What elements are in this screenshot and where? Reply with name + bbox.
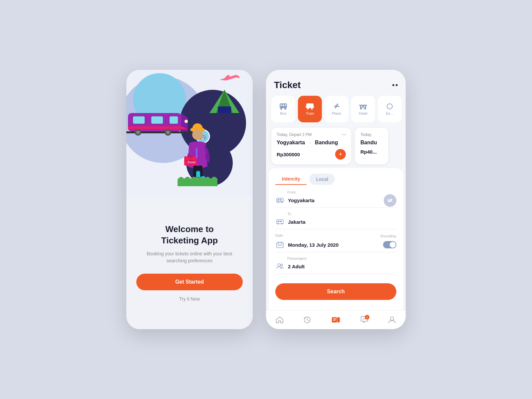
tab-train[interactable]: Train	[298, 96, 322, 122]
tab-hotel[interactable]: Hotel	[351, 96, 375, 122]
svg-rect-33	[280, 104, 282, 106]
train-tab-label: Train	[306, 111, 314, 115]
from-field-row: Yogyakarta	[275, 196, 396, 208]
svg-point-72	[281, 264, 283, 266]
card-1-date: Today, Depart 2 PM	[277, 132, 312, 137]
card-1-add-button[interactable]: +	[335, 149, 346, 160]
person-illustration: Travel	[178, 120, 217, 186]
svg-rect-76	[333, 320, 335, 321]
svg-rect-7	[170, 116, 178, 124]
date-value-row: Monday, 13 July 2020	[275, 240, 396, 252]
dot1	[392, 84, 394, 86]
svg-rect-50	[359, 105, 367, 106]
svg-point-43	[307, 108, 309, 110]
phones-container: 🚌	[126, 70, 406, 329]
svg-rect-2	[218, 106, 231, 113]
passengers-field-row: 2 Adult	[275, 262, 396, 274]
welcome-section: Welcome toTicketing App Booking your tic…	[126, 196, 253, 329]
search-button[interactable]: Search	[275, 283, 396, 300]
date-field-group: Date Roundtrip	[275, 233, 396, 252]
to-value[interactable]: Jakarta	[288, 219, 396, 225]
nav-chat[interactable]: 1	[357, 315, 372, 325]
card-1-from: Yogyakarta	[277, 140, 305, 146]
ticket-card-1: Today, Depart 2 PM Yogyakarta → Bandung …	[271, 128, 351, 164]
tab-extra[interactable]: ... Ex...	[378, 96, 402, 122]
svg-rect-35	[285, 104, 286, 106]
toggle-knob	[390, 242, 396, 248]
svg-rect-6	[151, 116, 163, 124]
from-label: From	[287, 190, 396, 194]
search-tabs: Intercity Local	[275, 174, 396, 185]
hotel-tab-label: Hotel	[359, 111, 367, 115]
from-value[interactable]: Yogyakarta	[288, 198, 396, 203]
date-icon	[275, 240, 285, 249]
svg-point-78	[336, 317, 338, 318]
svg-point-58	[281, 201, 283, 203]
svg-rect-45	[306, 106, 314, 107]
tab-plane[interactable]: Plane	[325, 96, 348, 122]
nav-ticket[interactable]	[327, 315, 344, 325]
tab-bus[interactable]: Bus	[271, 96, 295, 122]
svg-point-11	[166, 131, 170, 134]
chat-badge: 1	[365, 315, 369, 320]
card-1-price: Rp300000	[277, 152, 300, 157]
svg-rect-54	[278, 199, 279, 200]
passengers-value[interactable]: 2 Adult	[288, 264, 396, 269]
svg-point-81	[364, 319, 365, 320]
passengers-icon	[275, 262, 285, 271]
to-icon	[275, 217, 285, 226]
try-now-link[interactable]: Try it Now	[179, 296, 200, 302]
svg-rect-48	[364, 106, 365, 107]
card-1-route: Yogyakarta → Bandung	[277, 140, 346, 146]
svg-rect-12	[128, 126, 181, 129]
swap-button[interactable]	[384, 194, 396, 207]
tent-illustration	[206, 86, 243, 116]
bottom-nav: 1	[266, 310, 406, 329]
svg-rect-60	[278, 221, 279, 222]
svg-rect-75	[333, 319, 336, 319]
svg-point-37	[284, 108, 286, 110]
card-2-from: Bandu	[360, 140, 377, 146]
svg-point-57	[277, 201, 279, 203]
right-header: Ticket	[266, 70, 406, 96]
svg-rect-40	[309, 104, 311, 106]
plane-tab-label: Plane	[332, 111, 341, 115]
roundtrip-toggle[interactable]	[383, 241, 396, 248]
svg-rect-5	[133, 116, 145, 124]
svg-rect-74	[332, 317, 340, 323]
svg-rect-49	[362, 107, 364, 109]
svg-point-62	[277, 223, 279, 224]
welcome-subtitle: Booking your tickets online with your be…	[136, 250, 243, 264]
nav-profile[interactable]	[384, 315, 400, 325]
nav-history[interactable]	[300, 315, 315, 325]
svg-rect-39	[307, 104, 309, 106]
to-label: To	[287, 212, 396, 216]
ticket-screen: Ticket Bus	[266, 70, 406, 329]
svg-rect-34	[283, 104, 284, 106]
get-started-button[interactable]: Get Started	[136, 274, 243, 290]
svg-point-36	[280, 108, 282, 110]
onboarding-screen: 🚌	[126, 70, 253, 329]
nav-home[interactable]	[272, 315, 287, 325]
card-2-bottom: Rp40...	[360, 149, 383, 155]
svg-rect-31	[197, 171, 199, 172]
card-2-price: Rp40...	[360, 149, 377, 155]
extra-tab-label: Ex...	[386, 111, 393, 115]
date-value[interactable]: Monday, 13 July 2020	[288, 242, 380, 248]
svg-point-71	[278, 264, 280, 266]
page-title: Ticket	[274, 80, 301, 90]
card-1-bottom: Rp300000 +	[277, 149, 346, 160]
tab-local[interactable]: Local	[309, 174, 335, 185]
tab-intercity[interactable]: Intercity	[275, 174, 307, 185]
more-menu-button[interactable]	[392, 84, 398, 86]
transport-tabs: Bus Train	[266, 96, 406, 126]
svg-rect-47	[361, 106, 362, 107]
to-field-group: To Jakarta	[275, 212, 396, 229]
svg-point-70	[281, 245, 282, 246]
svg-point-63	[281, 223, 283, 224]
date-label: Date	[275, 233, 283, 237]
card-1-menu[interactable]	[342, 134, 346, 135]
bus-tab-label: Bus	[280, 111, 287, 115]
svg-point-68	[278, 245, 279, 246]
svg-point-69	[280, 245, 281, 246]
